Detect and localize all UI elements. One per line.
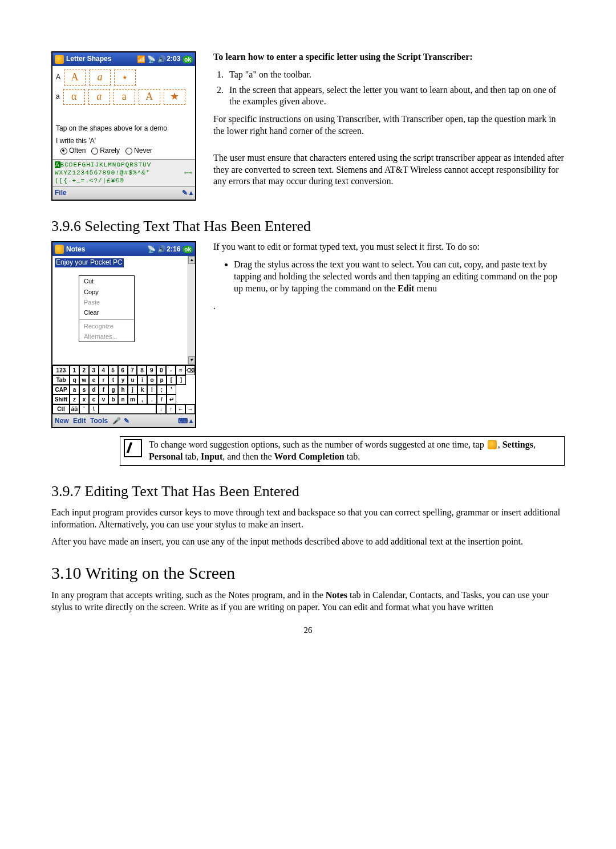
select-intro: If you want to edit or format typed text… <box>213 241 565 253</box>
menu-edit: Edit <box>73 417 86 425</box>
steps-list: Tap "a" on the toolbar. In the screen th… <box>213 69 565 108</box>
key-shift: Shift <box>52 395 70 404</box>
menu-alternates: Alternates... <box>79 331 134 342</box>
scroll-up-icon: ▴ <box>188 256 195 264</box>
key: p <box>157 375 167 385</box>
menu-copy: Copy <box>79 287 134 297</box>
start-icon <box>55 55 64 64</box>
key: w <box>79 375 89 385</box>
menu-new: New <box>55 417 69 425</box>
menu-clear: Clear <box>79 307 134 318</box>
menu-paste: Paste <box>79 297 134 307</box>
key: m <box>128 395 137 404</box>
pda-bottombar: File ✎ ▴ <box>52 186 195 200</box>
key: x <box>79 395 89 404</box>
recorder-icon: 🎤 <box>112 417 121 425</box>
char-strip: ABCDEFGHIJKLMNOPQRSTUV WXYZ1234567890!@#… <box>52 159 195 186</box>
key-space <box>99 404 156 414</box>
key: v <box>99 395 108 404</box>
menu-cut: Cut <box>79 276 134 286</box>
radio-icon <box>125 148 132 155</box>
learn-heading: To learn how to enter a specific letter … <box>213 52 473 62</box>
key: 6 <box>118 365 128 375</box>
tip-box: To change word suggestion options, such … <box>120 436 565 466</box>
ok-button: ok <box>183 56 193 63</box>
letter-shape-cell: ⭑ <box>114 70 136 86</box>
key: c <box>89 395 99 404</box>
pda-bottombar: New Edit Tools 🎤 ✎ ⌨ ▴ <box>52 414 195 427</box>
key: g <box>108 385 118 395</box>
pda-titlebar: Letter Shapes 📶 📡 🔊 2:03 ok <box>52 52 195 66</box>
key: 123 <box>52 365 70 375</box>
key: d <box>89 385 99 395</box>
key: i <box>137 375 147 385</box>
start-icon <box>488 440 497 449</box>
key-right: → <box>185 404 195 414</box>
key: a <box>70 385 79 395</box>
file-menu: File <box>55 189 67 198</box>
key: 1 <box>70 365 79 375</box>
key-down: ↓ <box>156 404 166 414</box>
key: h <box>118 385 128 395</box>
keyboard-icon: ⌨ <box>178 417 188 425</box>
radio-rarely: Rarely <box>91 147 120 156</box>
heading-3-10: 3.10 Writing on the Screen <box>51 562 565 584</box>
demo-hint: Tap on the shapes above for a demo <box>56 124 192 133</box>
pda-title: Letter Shapes <box>66 55 111 64</box>
scrollbar: ▴ ▾ <box>188 256 195 364</box>
key: 8 <box>137 365 147 375</box>
menu-recognize: Recognize <box>79 321 134 331</box>
key: ` <box>79 404 89 414</box>
pen-tip-icon <box>124 439 142 457</box>
key: \ <box>89 404 99 414</box>
letter-shape-cell: a <box>88 89 110 105</box>
key: y <box>118 375 128 385</box>
section-3-9-5-figure: Letter Shapes 📶 📡 🔊 2:03 ok A A a ⭑ a α <box>51 51 565 201</box>
heading-3-9-7: 3.9.7 Editing Text That Has Been Entered <box>51 482 565 501</box>
onscreen-keyboard: 123 1 2 3 4 5 6 7 8 9 0 - = ⌫ Tab <box>52 365 195 414</box>
key-up: ↑ <box>166 404 176 414</box>
signal-icon: 📡 <box>147 55 155 63</box>
key: / <box>157 395 167 404</box>
key: 5 <box>108 365 118 375</box>
key-ctl: Ctl <box>52 404 70 414</box>
trailing-period: . <box>213 300 565 312</box>
menu-tools: Tools <box>90 417 108 425</box>
p-3-9-7-a: Each input program provides cursor keys … <box>51 507 565 531</box>
right-text-2: If you want to edit or format typed text… <box>213 241 565 318</box>
radio-often: Often <box>60 147 86 156</box>
transcriber-help: For specific instructions on using Trans… <box>213 113 565 137</box>
pda-time: 2:16 <box>167 245 180 254</box>
right-text-1: To learn how to enter a specific letter … <box>213 51 565 193</box>
key: o <box>147 375 157 385</box>
key-backspace: ⌫ <box>185 365 195 375</box>
signal-icon: 📡 <box>147 245 155 253</box>
key: z <box>70 395 79 404</box>
key-tab: Tab <box>52 375 70 385</box>
frequency-radios: Often Rarely Never <box>60 147 192 156</box>
key: e <box>89 375 99 385</box>
pda-letter-shapes: Letter Shapes 📶 📡 🔊 2:03 ok A A a ⭑ a α <box>51 51 196 201</box>
speaker-icon: 🔊 <box>157 55 165 63</box>
letter-shape-cell: A <box>139 89 160 105</box>
key-enter: ↵ <box>167 395 176 404</box>
key: b <box>108 395 118 404</box>
lower-letter-label: a <box>56 92 60 101</box>
p-3-10: In any program that accepts writing, suc… <box>51 590 565 614</box>
key: , <box>137 395 147 404</box>
key: 0 <box>156 365 166 375</box>
radio-never: Never <box>125 147 152 156</box>
key: q <box>70 375 79 385</box>
letter-shape-cell: ★ <box>164 89 185 105</box>
p-3-9-7-b: After you have made an insert, you can u… <box>51 536 565 548</box>
i-write-this: I write this 'A' <box>56 137 192 146</box>
key: 9 <box>147 365 156 375</box>
selected-text: Enjoy your Pocket PC <box>55 258 124 267</box>
key: l <box>147 385 157 395</box>
key: [ <box>167 375 176 385</box>
step-1: Tap "a" on the toolbar. <box>226 69 565 81</box>
key: k <box>137 385 147 395</box>
pda-title: Notes <box>66 245 85 254</box>
pda-client: A A a ⭑ a α a a A ★ Tap on the shapes ab… <box>52 66 195 159</box>
key: u <box>128 375 137 385</box>
